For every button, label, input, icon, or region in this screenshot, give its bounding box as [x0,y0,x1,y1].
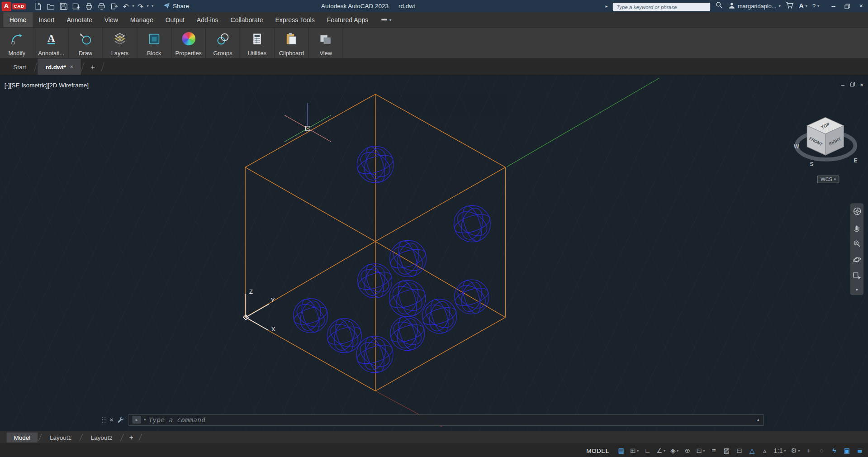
ribbon-panel-annotati[interactable]: AAnnotati... [34,28,69,58]
file-tab-start[interactable]: Start [5,59,34,75]
ribbon-panel-view[interactable]: View [309,28,343,58]
new-file-icon[interactable] [33,0,43,11]
command-line-close-icon[interactable]: × [109,416,114,424]
y-axis-xline[interactable] [507,78,659,167]
ribbon-tab-insert[interactable]: Insert [33,12,61,27]
workspace-switching-toggle[interactable]: ⚙▾ [789,445,802,456]
ribbon-tab-annotate[interactable]: Annotate [61,12,98,27]
close-button[interactable]: × [854,0,868,12]
isolate-objects-toggle[interactable]: ◌ [816,445,827,456]
ribbon-panel-block[interactable]: Block [138,28,172,58]
command-line[interactable]: × ▸ ▾ Type a command ▴ [101,414,764,426]
command-input-field[interactable]: ▸ ▾ Type a command ▴ [128,414,764,426]
viewport-controls-menu[interactable]: [-] [5,82,10,89]
undo-icon[interactable]: ↶ [122,2,130,10]
recent-commands-caret-icon[interactable]: ▾ [144,418,146,422]
redo-icon[interactable]: ↷ [136,2,144,10]
annotation-visibility-toggle[interactable]: △ [746,445,757,456]
new-drawing-button[interactable]: + [85,59,100,75]
ribbon-tab-featured-apps[interactable]: Featured Apps [321,12,374,27]
ribbon-panel-utilities[interactable]: Utilities [240,28,275,58]
close-tab-icon[interactable]: × [70,64,73,70]
save-as-icon[interactable] [71,0,81,11]
wcs-dropdown[interactable]: WCS ▾ [817,176,839,183]
recent-commands-icon[interactable]: ▸ [133,416,142,424]
viewport-view-menu[interactable]: [SE Isometric] [10,82,48,89]
command-history-caret-icon[interactable]: ▴ [757,417,760,423]
export-icon[interactable] [109,0,120,11]
share-button[interactable]: Share [163,2,189,11]
redo-caret-icon[interactable]: ▾ [146,4,149,9]
ribbon-collapse-button[interactable]: ▾ [377,12,396,27]
isometric-drafting-toggle[interactable]: ◈▾ [669,445,680,456]
object-snap-tracking-toggle[interactable]: ⊕ [682,445,693,456]
annotation-monitor-toggle[interactable]: + [803,445,814,456]
ribbon-panel-layers[interactable]: Layers [103,28,138,58]
ribbon-tab-home[interactable]: Home [3,12,32,27]
sphere-wireframe[interactable] [292,297,329,334]
help-menu[interactable]: ? ▾ [812,3,819,10]
autodesk-app-menu[interactable]: A ▾ [799,2,807,10]
account-menu[interactable]: margaridaplo... ▾ [728,2,781,11]
print-icon[interactable] [84,0,95,11]
ribbon-panel-draw[interactable]: Draw [69,28,103,58]
transparency-toggle[interactable]: ▨ [721,445,732,456]
graphics-performance-toggle[interactable]: ϟ [829,445,840,456]
sphere-wireframe[interactable] [388,239,427,278]
autoscale-toggle[interactable]: ▵ [759,445,770,456]
sphere-wireframe[interactable] [388,279,427,318]
plot-icon[interactable] [96,0,107,11]
ortho-mode-toggle[interactable]: ∟ [642,445,653,456]
command-line-drag-handle[interactable] [101,415,106,424]
search-input[interactable] [612,3,710,11]
customize-wrench-icon[interactable] [117,416,124,424]
ribbon-panel-properties[interactable]: Properties [171,28,206,58]
minimize-button[interactable]: – [826,0,840,12]
viewport-close-icon[interactable]: × [860,81,863,88]
layout-tab-model[interactable]: Model [7,432,38,442]
layout-tab-layout2[interactable]: Layout2 [84,432,120,442]
search-icon[interactable] [715,1,723,11]
sphere-wireframe[interactable] [452,204,492,243]
viewcube[interactable]: WSETOPFRONTRIGHT [794,117,857,167]
open-folder-icon[interactable] [45,0,56,11]
sphere-wireframe[interactable] [356,262,394,299]
ribbon-tab-express-tools[interactable]: Express Tools [269,12,321,27]
sphere-wireframe[interactable] [421,298,458,335]
navbar-caret-icon[interactable]: ▾ [856,287,858,292]
sphere-wireframe[interactable] [453,278,490,315]
navigation-wheel-icon[interactable] [852,206,862,216]
ribbon-tab-view[interactable]: View [98,12,124,27]
grid-display-toggle[interactable]: ▦ [616,445,626,456]
layout-tab-layout1[interactable]: Layout1 [43,432,79,442]
orbit-icon[interactable] [853,255,862,264]
ribbon-tab-output[interactable]: Output [159,12,190,27]
model-space-viewport[interactable]: ZYXWSETOPFRONTRIGHT [0,75,868,431]
ribbon-tab-add-ins[interactable]: Add-ins [190,12,224,27]
ribbon-panel-modify[interactable]: Modify [0,28,34,58]
pan-icon[interactable] [853,223,862,232]
polar-tracking-toggle[interactable]: ∠▾ [655,445,667,456]
search-collapse-icon[interactable]: ▸ [605,4,607,9]
ribbon-tab-collaborate[interactable]: Collaborate [224,12,269,27]
sphere-wireframe[interactable] [389,315,426,352]
autocad-logo[interactable]: A CAD [2,1,26,11]
showmotion-icon[interactable] [853,271,862,281]
annotation-scale-toggle[interactable]: 1:1▾ [772,445,788,456]
drawing-area[interactable]: ZYXWSETOPFRONTRIGHT [-] [SE Isometric] [… [0,75,868,431]
restore-button[interactable] [840,0,854,12]
hardware-acceleration-toggle[interactable]: ▣ [841,445,852,456]
viewport-minimize-icon[interactable]: – [841,81,844,88]
snap-mode-toggle[interactable]: ⊞▾ [628,445,640,456]
qat-menu-caret-icon[interactable]: ▾ [151,4,154,9]
object-snap-toggle[interactable]: ⊡▾ [695,445,707,456]
lineweight-toggle[interactable]: ≡ [708,445,719,456]
visual-style-menu[interactable]: [2D Wireframe] [48,82,89,89]
undo-caret-icon[interactable]: ▾ [132,4,135,9]
customization-toggle[interactable]: ≣ [854,445,865,456]
ucs-icon[interactable]: ZYX [243,288,275,333]
viewport-restore-icon[interactable] [849,81,855,88]
ribbon-panel-clipboard[interactable]: Clipboard [275,28,309,58]
ribbon-tab-manage[interactable]: Manage [124,12,159,27]
save-icon[interactable] [58,0,69,11]
